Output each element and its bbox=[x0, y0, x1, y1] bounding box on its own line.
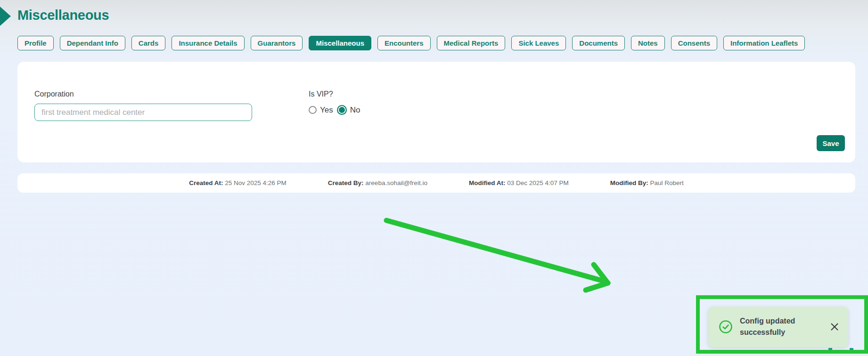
modified-by-value: Paul Robert bbox=[650, 179, 684, 186]
radio-no-circle-icon[interactable] bbox=[337, 105, 347, 115]
modified-by-label: Modified By: bbox=[610, 179, 648, 186]
is-vip-label: Is VIP? bbox=[309, 90, 333, 98]
created-at-value: 25 Nov 2025 4:26 PM bbox=[225, 179, 287, 186]
tab-medical-reports[interactable]: Medical Reports bbox=[437, 36, 506, 50]
modified-at-value: 03 Dec 2025 4:07 PM bbox=[507, 179, 569, 186]
modified-at: Modified At: 03 Dec 2025 4:07 PM bbox=[469, 179, 569, 186]
tab-profile[interactable]: Profile bbox=[17, 36, 54, 50]
tab-guarantors[interactable]: Guarantors bbox=[251, 36, 303, 50]
check-circle-icon bbox=[719, 320, 733, 334]
radio-yes[interactable]: Yes bbox=[309, 105, 333, 115]
modified-by: Modified By: Paul Robert bbox=[610, 179, 684, 186]
title-triangle-icon bbox=[0, 7, 11, 26]
close-icon[interactable] bbox=[830, 323, 839, 331]
is-vip-radio-group: Yes No bbox=[309, 105, 360, 115]
created-at: Created At: 25 Nov 2025 4:26 PM bbox=[189, 179, 287, 186]
modified-at-label: Modified At: bbox=[469, 179, 505, 186]
page-title: Miscellaneous bbox=[17, 8, 109, 23]
record-meta-bar: Created At: 25 Nov 2025 4:26 PM Created … bbox=[17, 173, 855, 193]
tab-miscellaneous[interactable]: Miscellaneous bbox=[309, 36, 371, 50]
tab-information-leaflets[interactable]: Information Leaflets bbox=[723, 36, 805, 50]
created-at-label: Created At: bbox=[189, 179, 223, 186]
tab-dependant-info[interactable]: Dependant Info bbox=[60, 36, 125, 50]
toast-message: Config updated successfully bbox=[740, 316, 814, 338]
tab-documents[interactable]: Documents bbox=[572, 36, 625, 50]
patient-miscellaneous-page: Miscellaneous Profile Dependant Info Car… bbox=[0, 0, 868, 356]
tab-encounters[interactable]: Encounters bbox=[377, 36, 431, 50]
tab-insurance-details[interactable]: Insurance Details bbox=[172, 36, 244, 50]
radio-yes-label: Yes bbox=[320, 105, 333, 115]
corporation-label: Corporation bbox=[34, 90, 74, 98]
created-by-label: Created By: bbox=[328, 179, 364, 186]
tab-notes[interactable]: Notes bbox=[631, 36, 665, 50]
obscured-ui-fragment bbox=[828, 348, 832, 350]
tab-consents[interactable]: Consents bbox=[671, 36, 717, 50]
radio-yes-circle-icon[interactable] bbox=[309, 106, 317, 114]
corporation-input[interactable] bbox=[34, 104, 252, 121]
tab-cards[interactable]: Cards bbox=[131, 36, 166, 50]
created-by: Created By: areeba.sohail@freit.io bbox=[328, 179, 427, 186]
radio-no-label: No bbox=[350, 105, 360, 115]
patient-tabs: Profile Dependant Info Cards Insurance D… bbox=[17, 36, 805, 50]
miscellaneous-form-card: Corporation Is VIP? Yes No Save bbox=[17, 62, 855, 162]
radio-no[interactable]: No bbox=[337, 105, 360, 115]
obscured-ui-fragment bbox=[850, 348, 853, 350]
created-by-value: areeba.sohail@freit.io bbox=[365, 179, 427, 186]
tab-sick-leaves[interactable]: Sick Leaves bbox=[511, 36, 566, 50]
save-button[interactable]: Save bbox=[817, 135, 845, 151]
success-toast: Config updated successfully bbox=[708, 307, 848, 347]
